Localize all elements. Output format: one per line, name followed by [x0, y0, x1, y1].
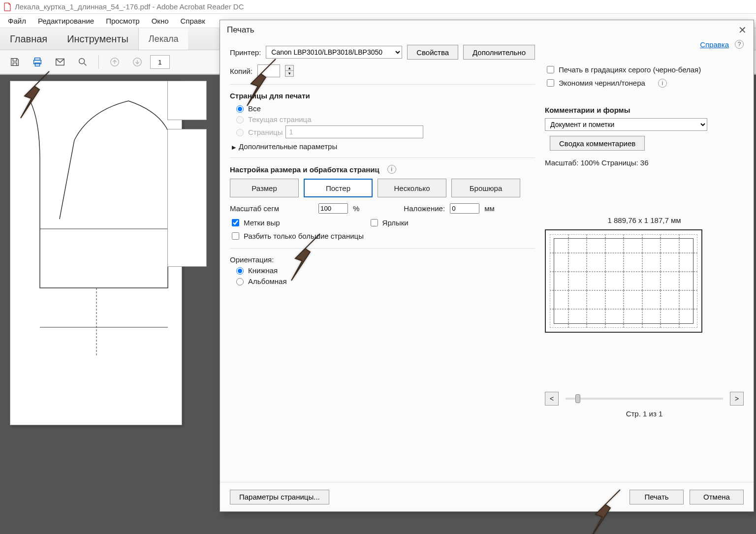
svg-point-4	[79, 59, 85, 64]
annotation-arrow-icon	[241, 57, 285, 112]
next-page-icon[interactable]	[127, 52, 147, 72]
printer-select[interactable]: Canon LBP3010/LBP3018/LBP3050	[266, 46, 402, 59]
cancel-button[interactable]: Отмена	[690, 490, 744, 504]
seg-size[interactable]: Размер	[230, 179, 299, 197]
menu-help[interactable]: Справк	[176, 16, 210, 26]
chk-split-large[interactable]: Разбить только большие страницы	[230, 231, 535, 241]
annotation-arrow-icon	[15, 69, 59, 125]
preview-prev-button[interactable]: <	[545, 392, 559, 406]
page-setup-button[interactable]: Параметры страницы...	[230, 490, 329, 504]
svg-rect-2	[35, 63, 39, 66]
overlap-label: Наложение:	[404, 204, 445, 213]
help-icon[interactable]: ?	[735, 40, 744, 49]
search-icon[interactable]	[73, 52, 93, 72]
chk-cut-marks[interactable]: Метки выр	[230, 218, 280, 228]
radio-portrait[interactable]: Книжная	[234, 266, 535, 275]
seg-booklet[interactable]: Брошюра	[451, 179, 520, 197]
separator	[98, 55, 99, 69]
pages-input[interactable]	[285, 126, 423, 138]
seg-poster[interactable]: Постер	[304, 179, 373, 197]
preview-pager: < >	[545, 392, 744, 406]
chk-labels[interactable]: Ярлыки	[369, 218, 409, 228]
close-icon[interactable]: ✕	[738, 24, 747, 36]
comments-select[interactable]: Документ и пометки	[545, 118, 707, 131]
scale-pages-info: Масштаб: 100% Страницы: 36	[545, 158, 744, 167]
prev-page-icon[interactable]	[105, 52, 125, 72]
menu-file[interactable]: Файл	[3, 16, 31, 26]
preview-dimensions: 1 889,76 x 1 187,7 мм	[545, 216, 744, 224]
tab-home[interactable]: Главная	[0, 33, 57, 45]
help-link[interactable]: Справка	[700, 40, 729, 49]
orientation-title: Ориентация:	[230, 255, 535, 264]
properties-button[interactable]: Свойства	[407, 45, 458, 60]
tab-tools[interactable]: Инструменты	[57, 33, 138, 45]
chk-grayscale[interactable]: Печать в градациях серого (черно-белая)	[545, 64, 744, 75]
info-icon[interactable]: i	[387, 165, 396, 174]
menu-edit[interactable]: Редактирование	[33, 16, 99, 26]
seg-multi[interactable]: Несколько	[378, 179, 446, 197]
print-button[interactable]: Печать	[630, 490, 684, 504]
scale-pct: %	[353, 204, 359, 213]
scale-label: Масштаб сегм	[230, 204, 279, 213]
pdf-thumb-2[interactable]	[167, 129, 207, 267]
annotation-arrow-icon	[285, 231, 330, 287]
preview-page-of: Стр. 1 из 1	[545, 409, 744, 418]
copies-spinner[interactable]: ▲▼	[285, 65, 294, 77]
more-params-toggle[interactable]: Дополнительные параметры	[232, 142, 535, 151]
preview-next-button[interactable]: >	[730, 392, 744, 406]
advanced-button[interactable]: Дополнительно	[463, 45, 535, 60]
preview-slider[interactable]	[566, 398, 723, 400]
menu-window[interactable]: Окно	[147, 16, 174, 26]
dialog-title: Печать	[227, 25, 254, 35]
window-title: Лекала_куртка_1_длинная_54_-176.pdf - Ad…	[15, 2, 244, 11]
tab-document[interactable]: Лекала	[138, 28, 189, 50]
print-preview	[545, 229, 702, 333]
size-handling-title: Настройка размера и обработка страниц	[230, 165, 379, 174]
menu-view[interactable]: Просмотр	[101, 16, 145, 26]
printer-label: Принтер:	[230, 48, 261, 57]
page-number-input[interactable]	[150, 55, 170, 69]
scale-input[interactable]	[318, 203, 348, 214]
size-handling-tabs: Размер Постер Несколько Брошюра	[230, 179, 535, 197]
annotation-arrow-icon	[586, 487, 630, 534]
pdf-icon	[3, 2, 12, 11]
info-icon[interactable]: i	[658, 79, 667, 88]
overlap-unit: мм	[484, 204, 495, 213]
dialog-titlebar: Печать ✕	[220, 20, 754, 40]
radio-current[interactable]: Текущая страница	[234, 115, 535, 124]
overlap-input[interactable]	[450, 203, 479, 214]
radio-pages[interactable]: Страницы	[234, 126, 535, 138]
dialog-footer: Параметры страницы... Печать Отмена	[220, 482, 754, 511]
titlebar: Лекала_куртка_1_длинная_54_-176.pdf - Ad…	[0, 0, 756, 14]
pdf-page-preview	[10, 81, 182, 425]
comments-section-title: Комментарии и формы	[545, 106, 744, 114]
radio-landscape[interactable]: Альбомная	[234, 277, 535, 285]
chk-economy[interactable]: Экономия чернил/тонераi	[545, 78, 744, 88]
summary-button[interactable]: Сводка комментариев	[550, 136, 645, 151]
pdf-thumb-1[interactable]	[167, 81, 207, 120]
